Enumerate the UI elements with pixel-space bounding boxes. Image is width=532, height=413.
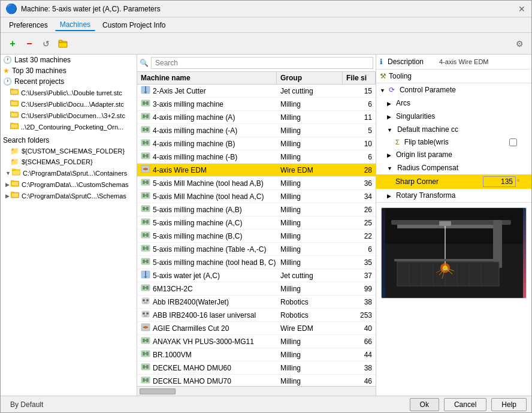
table-row[interactable]: 5-axis Mill Machine (tool head A,B) Mill… — [137, 177, 376, 190]
table-row[interactable]: 5-axis milling machine (B,C) Milling 22 — [137, 230, 376, 243]
table-row[interactable]: 4-axis milling machine (A) Milling 11 — [137, 111, 376, 124]
menu-custom-project[interactable]: Custom Project Info — [98, 20, 170, 31]
settings-icon-button[interactable]: ⚙ — [512, 37, 527, 51]
table-row[interactable]: ABB IRB2400-16 laser universal Robotics … — [137, 309, 376, 322]
td-group-11: Milling — [277, 231, 343, 242]
machine-type-icon-5 — [141, 152, 150, 162]
svg-rect-75 — [146, 260, 149, 263]
horizontal-scrollbar[interactable] — [137, 386, 376, 396]
folder-icon-1 — [10, 100, 19, 108]
table-row[interactable]: 4-axis milling machine (-B) Milling 6 — [137, 150, 376, 164]
singularities-header[interactable]: Singularities — [376, 110, 531, 123]
control-params-label: Control Paramete — [400, 86, 456, 94]
th-machine-name[interactable]: Machine name — [137, 72, 277, 84]
svg-rect-51 — [146, 180, 149, 184]
td-filesize-6: 28 — [343, 165, 376, 176]
control-params-header[interactable]: ⟳ Control Paramete — [376, 83, 531, 97]
sidebar-search-folders[interactable]: Search folders — [1, 135, 137, 146]
table-row[interactable]: Abb IRB2400(WaterJet) Robotics 38 — [137, 296, 376, 309]
machine-name-17: ABB IRB2400-16 laser universal — [153, 311, 256, 319]
star-icon: ★ — [3, 67, 10, 75]
sharp-corner-input[interactable] — [483, 176, 516, 187]
machine-name-12: 5-axis milling machine (Table -A,-C) — [153, 245, 266, 254]
svg-rect-63 — [146, 220, 149, 224]
th-group[interactable]: Group — [277, 72, 343, 84]
table-row[interactable]: AGIE Charmilles Cut 20 Wire EDM 40 — [137, 322, 376, 335]
machine-type-icon-3 — [141, 125, 150, 135]
table-row[interactable]: 6M13CH-2C Milling 99 — [137, 282, 376, 296]
tree-item-2[interactable]: C:\Users\Public\Documen...\3+2.stc — [1, 110, 137, 121]
table-row[interactable]: 3-axis milling machine Milling 6 — [137, 98, 376, 111]
cancel-button[interactable]: Cancel — [444, 398, 486, 411]
table-row[interactable]: 5-axis milling machine (A,C) Milling 25 — [137, 216, 376, 230]
sidebar-item-last30[interactable]: 🕐 Last 30 machines — [1, 55, 137, 65]
th-filesize[interactable]: File si — [343, 72, 376, 84]
rotary-transform-header[interactable]: Rotary Transforma — [376, 189, 531, 202]
default-machine-expand-icon — [387, 125, 392, 134]
close-button[interactable]: ✕ — [517, 4, 527, 14]
table-row[interactable]: ANAYAK VH PLUS-3000-MG11 Milling 66 — [137, 335, 376, 348]
td-filesize-8: 34 — [343, 191, 376, 202]
sidebar-item-top30[interactable]: ★ Top 30 machines — [1, 65, 137, 76]
table-row[interactable]: 4-axis Wire EDM Wire EDM 28 — [137, 164, 376, 177]
tooling-header[interactable]: ⚒ Tooling — [376, 70, 531, 83]
default-machine-header[interactable]: Default machine cc — [376, 123, 531, 136]
folder-item-1[interactable]: ▶ C:\ProgramData\...\CustomSchemas — [1, 179, 137, 190]
menu-machines[interactable]: Machines — [55, 19, 95, 31]
td-filesize-0: 15 — [343, 86, 376, 97]
window-title: Machine: 5-axis water jet (A,C). Paramet… — [21, 5, 161, 13]
arcs-header[interactable]: Arcs — [376, 97, 531, 110]
td-name-12: 5-axis milling machine (Table -A,-C) — [137, 243, 277, 255]
help-button[interactable]: Help — [491, 398, 527, 411]
table-row[interactable]: 4-axis milling machine (B) Milling 10 — [137, 137, 376, 150]
td-name-16: Abb IRB2400(WaterJet) — [137, 296, 277, 308]
td-group-10: Milling — [277, 218, 343, 228]
td-name-9: 5-axis milling machine (A,B) — [137, 203, 277, 216]
search-item-0[interactable]: 📁 ${CUSTOM_SCHEMAS_FOLDER} — [1, 146, 137, 156]
radius-comp-expand-icon — [387, 164, 392, 172]
folder-item-2[interactable]: ▶ C:\ProgramData\SprutC...\Schemas — [1, 190, 137, 201]
table-row[interactable]: 2-Axis Jet Cutter Jet cutting 15 — [137, 85, 376, 98]
tree-item-0[interactable]: C:\Users\Public\..\Double turret.stc — [1, 87, 137, 98]
table-row[interactable]: 5-axis Mill Machine (tool head A,C) Mill… — [137, 190, 376, 203]
refresh-button[interactable]: ↺ — [39, 37, 53, 51]
folders-button[interactable] — [56, 37, 70, 51]
add-button[interactable]: + — [5, 37, 20, 51]
svg-rect-32 — [146, 114, 149, 118]
remove-button[interactable]: − — [22, 37, 37, 51]
table-row[interactable]: 5-axis milling machine (A,B) Milling 26 — [137, 203, 376, 216]
svg-rect-66 — [143, 233, 145, 237]
folder-item-0[interactable]: ▼ C:\ProgramData\Sprut...\Containers — [1, 167, 137, 179]
status-right: Ok Cancel Help — [410, 398, 527, 411]
origin-list-header[interactable]: Origin list parame — [376, 148, 531, 161]
search-item-1[interactable]: 📁 ${SCHEMAS_FOLDER} — [1, 156, 137, 167]
machine-image — [382, 208, 526, 298]
svg-rect-70 — [143, 246, 145, 250]
machine-type-icon-13 — [141, 257, 150, 267]
tree-item-3[interactable]: ..\2D_Contouring_Pocketing_Orn... — [1, 121, 137, 132]
table-row[interactable]: 5-axis water jet (A,C) Jet cutting 37 — [137, 269, 376, 282]
td-group-21: Milling — [277, 363, 343, 373]
sidebar-item-recent[interactable]: 🕐 Recent projects — [1, 76, 137, 87]
tree-item-1[interactable]: C:\Users\Public\Docu...\Adapter.stc — [1, 98, 137, 110]
table-row[interactable]: 4-axis milling machine (-A) Milling 5 — [137, 124, 376, 137]
svg-rect-7 — [11, 101, 18, 105]
sidebar-recent-label: Recent projects — [14, 77, 64, 86]
table-row[interactable]: DECKEL MAHO DMU60 Milling 38 — [137, 361, 376, 375]
menu-preferences[interactable]: Preferences — [4, 20, 53, 31]
machine-type-icon-12 — [141, 244, 150, 254]
table-row[interactable]: DECKEL MAHO DMU70 Milling 46 — [137, 375, 376, 386]
origin-list-expand-icon — [387, 150, 391, 159]
search-icon: 🔍 — [140, 59, 149, 67]
table-row[interactable]: 5-axis milling machine (tool head B, C) … — [137, 256, 376, 269]
svg-rect-36 — [146, 128, 149, 131]
by-default-button[interactable]: By Default — [5, 399, 48, 410]
radius-comp-header[interactable]: Radius Compensat — [376, 161, 531, 174]
description-row: ℹ Description 4-axis Wire EDM — [376, 55, 531, 70]
ok-button[interactable]: Ok — [410, 398, 439, 411]
flip-table-checkbox[interactable] — [509, 138, 517, 146]
table-row[interactable]: BR.1000VM Milling 44 — [137, 348, 376, 361]
table-row[interactable]: 5-axis milling machine (Table -A,-C) Mil… — [137, 243, 376, 256]
td-filesize-7: 36 — [343, 178, 376, 189]
search-input[interactable] — [151, 57, 373, 69]
